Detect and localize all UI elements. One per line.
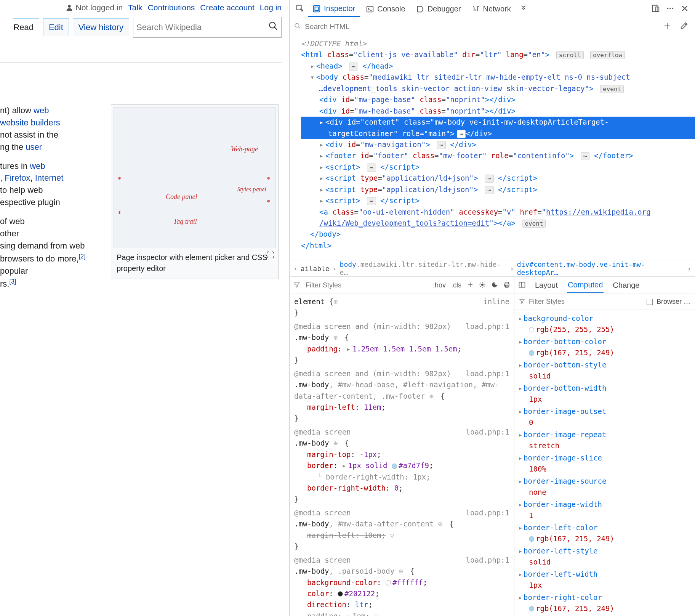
add-rule-icon[interactable]	[467, 281, 474, 289]
hov-toggle[interactable]: :hov	[433, 281, 446, 289]
computed-prop[interactable]: ▸border-image-repeatstretch	[518, 429, 693, 451]
tab-network[interactable]: Network	[467, 2, 516, 16]
search-input[interactable]	[136, 22, 268, 32]
breadcrumb-prev-icon[interactable]: ‹	[293, 265, 298, 273]
computed-prop[interactable]: ▸border-left-colorrgb(167, 215, 249)	[518, 522, 693, 544]
svg-line-19	[480, 283, 481, 284]
computed-prop[interactable]: ▸border-left-stylesolid	[518, 545, 693, 567]
filter-icon-small-2[interactable]: ▽	[374, 612, 378, 616]
link-user[interactable]: user	[26, 142, 42, 152]
dom-script-4[interactable]: ▸<script> ⋯ </script>	[301, 195, 695, 206]
tab-edit[interactable]: Edit	[43, 18, 69, 36]
link-website-builders[interactable]: website builders	[0, 118, 60, 127]
rule-media-1[interactable]: @media screen and (min-width: 982px)load…	[294, 321, 509, 366]
sidebar-toggle-icon[interactable]	[518, 281, 526, 290]
dom-selected-content-div[interactable]: ▸<div id="content" class="mw-body ve-ini…	[301, 117, 695, 139]
dom-div-page-base[interactable]: <div id="mw-page-base" class="noprint"><…	[301, 94, 695, 105]
add-node-icon[interactable]	[661, 19, 674, 34]
more-tabs-icon[interactable]	[517, 2, 530, 16]
breadcrumb-node-0[interactable]: ailable	[301, 265, 330, 273]
tab-inspector-label: Inspector	[324, 4, 355, 13]
link-log-in[interactable]: Log in	[260, 3, 282, 12]
light-mode-icon[interactable]	[479, 281, 486, 289]
dom-body-open[interactable]: ▾<body class="mediawiki ltr sitedir-ltr …	[301, 72, 695, 83]
dom-script-1[interactable]: ▸<script> ⋯ </script>	[301, 162, 695, 173]
breadcrumb-node-1[interactable]: body.mediawiki.ltr.sitedir-ltr.mw-hide-e…	[340, 260, 507, 276]
rule-inline[interactable]: element { ⊕inline }	[294, 296, 509, 319]
computed-prop[interactable]: ▸border-left-width1px	[518, 569, 693, 590]
rule-media-4[interactable]: @media screenload.php:1 .mw-body, #mw-da…	[294, 507, 509, 552]
computed-body[interactable]: ▸background-colorrgb(255, 255, 255)▸bord…	[514, 310, 695, 616]
computed-prop[interactable]: ▸border-image-slice100%	[518, 452, 693, 474]
dom-div-navigation[interactable]: ▸<div id="mw-navigation"> ⋯ </div>	[301, 139, 695, 150]
thumbnail-image[interactable]: Web-page Code panel Styles panel Tag tra…	[114, 107, 276, 248]
tab-inspector[interactable]: Inspector	[308, 1, 360, 17]
computed-prop[interactable]: ▸border-right-colorrgb(167, 215, 249)	[518, 592, 693, 614]
filter-icon-small[interactable]: ▽	[390, 531, 394, 539]
ref-2[interactable]: [2]	[79, 253, 86, 260]
breadcrumb-node-2[interactable]: div#content.mw-body.ve-init-mw-desktopAr…	[517, 260, 684, 276]
dom-hidden-anchor[interactable]: <a class="oo-ui-element-hidden" accesske…	[301, 207, 695, 218]
link-internet[interactable]: Internet	[35, 173, 64, 183]
tab-debugger[interactable]: Debugger	[412, 2, 466, 16]
thumb-label-webpage: Web-page	[231, 144, 258, 154]
kebab-menu-icon[interactable]	[664, 2, 677, 16]
dom-html-open[interactable]: <html class="client-js ve-available" dir…	[301, 49, 695, 60]
person-icon	[65, 3, 74, 12]
cls-toggle[interactable]: .cls	[451, 281, 461, 289]
responsive-mode-icon[interactable]	[649, 2, 662, 16]
breadcrumb-next-icon[interactable]: ›	[687, 265, 691, 273]
computed-tab-layout[interactable]: Layout	[534, 278, 559, 293]
dom-body-open-2[interactable]: …development_tools skin-vector action-vi…	[301, 83, 695, 94]
computed-prop[interactable]: ▸border-bottom-width1px	[518, 383, 693, 404]
computed-prop[interactable]: ▸border-bottom-colorrgb(167, 215, 249)	[518, 336, 693, 358]
rules-body[interactable]: element { ⊕inline } @media screen and (m…	[290, 294, 514, 616]
link-create-account[interactable]: Create account	[200, 3, 254, 12]
dom-head[interactable]: ▸<head> ⋯ </head>	[301, 61, 695, 72]
rule-media-5[interactable]: @media screenload.php:1 .mw-body, .parso…	[294, 555, 509, 616]
computed-tab-changes[interactable]: Change	[612, 278, 640, 293]
print-mode-icon[interactable]	[503, 281, 510, 289]
computed-prop[interactable]: ▸background-colorrgb(255, 255, 255)	[518, 313, 693, 335]
dark-mode-icon[interactable]	[491, 281, 498, 289]
rule-media-3[interactable]: @media screenload.php:1 .mw-body ⊕ { mar…	[294, 427, 509, 505]
eyedropper-icon[interactable]	[677, 19, 690, 34]
link-web-2[interactable]: web	[30, 161, 45, 171]
dom-tree[interactable]: <!DOCTYPE html> <html class="client-js v…	[290, 35, 695, 260]
computed-prop[interactable]: ▸border-bottom-stylesolid	[518, 359, 693, 381]
link-firefox[interactable]: Firefox	[5, 173, 30, 183]
not-logged-in: Not logged in	[65, 3, 123, 12]
link-contributions[interactable]: Contributions	[148, 3, 195, 12]
computed-prop[interactable]: ▸border-image-outset0	[518, 406, 693, 428]
dom-script-3[interactable]: ▸<script type="application/ld+json"> ⋯ <…	[301, 184, 695, 195]
close-icon[interactable]	[678, 2, 691, 16]
dom-hidden-anchor-2[interactable]: /wiki/Web_development_tools?action=edit"…	[301, 218, 695, 229]
dom-footer[interactable]: ▸<footer id="footer" class="mw-footer" r…	[301, 150, 695, 161]
svg-line-2	[274, 27, 277, 30]
dom-script-2[interactable]: ▸<script type="application/ld+json"> ⋯ <…	[301, 173, 695, 184]
computed-tab-computed[interactable]: Computed	[567, 278, 604, 293]
element-picker-icon[interactable]	[293, 2, 306, 16]
dom-breadcrumb[interactable]: ‹ ailable › body.mediawiki.ltr.sitedir-l…	[290, 260, 695, 277]
dom-html-close[interactable]: </html>	[301, 240, 695, 251]
dom-body-close[interactable]: </body>	[301, 229, 695, 240]
tab-view-history[interactable]: View history	[73, 18, 129, 36]
computed-prop[interactable]: ▸border-image-width1	[518, 499, 693, 521]
dom-doctype[interactable]: <!DOCTYPE html>	[301, 38, 695, 49]
browser-styles-checkbox[interactable]	[647, 299, 653, 305]
devtools-toolbar: Inspector Console Debugger Network	[290, 0, 695, 18]
search-icon[interactable]	[268, 21, 278, 34]
computed-prop[interactable]: ▸border-image-sourcenone	[518, 476, 693, 497]
link-web-1[interactable]: web	[34, 106, 49, 115]
search-box[interactable]	[133, 17, 282, 38]
link-talk[interactable]: Talk	[128, 3, 142, 12]
rule-media-2[interactable]: @media screen and (min-width: 982px)load…	[294, 368, 509, 424]
tab-read[interactable]: Read	[13, 18, 39, 36]
enlarge-icon[interactable]: ⛶	[267, 250, 274, 261]
filter-computed-input[interactable]	[529, 298, 643, 306]
tab-console[interactable]: Console	[361, 2, 410, 16]
search-html-input[interactable]	[305, 22, 657, 31]
dom-div-head-base[interactable]: <div id="mw-head-base" class="noprint"><…	[301, 106, 695, 117]
ref-3[interactable]: [3]	[9, 278, 16, 285]
filter-styles-input[interactable]	[306, 281, 428, 289]
